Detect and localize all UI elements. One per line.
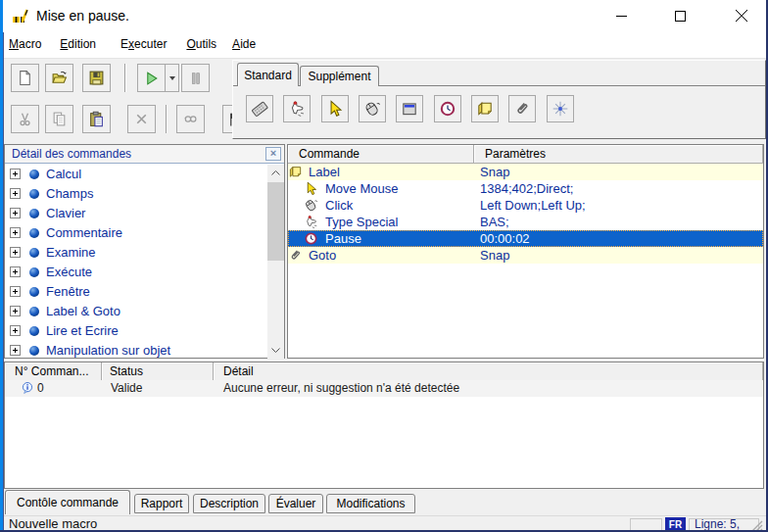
mouse-icon [363,100,381,118]
play-icon[interactable] [138,65,165,91]
column-header-parametres[interactable]: Paramètres [474,145,763,164]
column-header-status[interactable]: Status [102,363,214,381]
menubar: MacroEditionExecuterOutilsAide [3,31,766,58]
menu-outils[interactable]: Outils [186,31,216,57]
label-note-icon [476,100,494,118]
copy-button[interactable] [45,105,73,133]
validation-panel: N° Comman... Status Détail 0ValideAucune… [4,362,764,489]
paperclip-icon [288,248,303,266]
run-dropdown-button[interactable] [165,65,178,91]
column-header-detail[interactable]: Détail [214,363,763,381]
scroll-down-arrow[interactable] [267,342,284,359]
column-header-num[interactable]: N° Comman... [5,363,102,381]
close-button[interactable] [719,0,764,31]
menu-aide[interactable]: Aide [232,31,256,57]
tree-item[interactable]: Examine [5,243,267,263]
menu-edition[interactable]: Edition [60,31,96,57]
tree-item[interactable]: Calcul [5,165,267,184]
open-folder-icon [51,70,68,86]
panel-close-button[interactable]: × [265,147,281,161]
command-row[interactable]: LabelSnap [288,164,763,180]
command-row[interactable]: Move Mouse1384;402;Direct; [288,180,763,197]
toolbar-separator [166,105,168,133]
open-macro-button[interactable] [45,64,73,92]
cursor-arrow-icon [326,100,344,118]
expand-icon[interactable] [10,286,21,297]
bullet-icon [29,267,39,277]
click-button[interactable] [359,95,386,122]
expand-icon[interactable] [10,306,21,316]
info-icon [21,381,34,398]
command-row[interactable]: ClickLeft Down;Left Up; [288,197,763,214]
bullet-icon [29,346,39,356]
type-special-button[interactable] [283,95,311,122]
copy-pages-icon [51,111,68,127]
expand-icon[interactable] [10,247,21,258]
label-cmd-button[interactable] [471,95,499,122]
expand-icon[interactable] [10,188,21,199]
command-row[interactable]: GotoSnap [288,247,763,264]
bottom-tab-rapport[interactable]: Rapport [134,494,189,513]
new-macro-button[interactable] [11,64,39,92]
run-macro-button[interactable] [137,64,179,92]
command-row[interactable]: Type SpecialBAS; [288,214,763,230]
tree-item[interactable]: Lire et Ecrire [5,321,267,341]
window-cmd-button[interactable] [396,95,423,122]
scroll-up-arrow[interactable] [267,165,284,181]
app-icon [13,8,30,24]
panel-title: Détail des commandes [12,147,131,161]
tree-item[interactable]: Champs [5,184,267,204]
toolbar-separator [124,64,126,92]
expand-icon[interactable] [10,169,21,179]
tab-standard[interactable]: Standard [237,63,299,86]
command-row[interactable]: Pause00:00:02 [288,230,763,247]
column-header-commande[interactable]: Commande [288,145,474,164]
type-hand-icon [288,100,306,118]
bottom-tab-description[interactable]: Description [193,494,265,513]
link-button[interactable] [176,105,205,133]
type-text-button[interactable] [246,95,273,122]
bottom-tab-cont-le-commande[interactable]: Contôle commande [5,490,130,514]
goto-cmd-button[interactable] [508,95,536,122]
bullet-icon [29,169,39,179]
move-mouse-button[interactable] [321,95,349,122]
tree-item[interactable]: Manipulation sur objet [5,341,267,359]
save-macro-button[interactable] [82,64,111,92]
expand-icon[interactable] [10,266,21,277]
tree-item[interactable]: Label & Goto [5,302,267,321]
paperclip-icon [513,100,531,118]
command-tab-panel: StandardSupplément [232,60,766,139]
validation-row[interactable]: 0ValideAucune erreur, ni suggestion n'a … [5,380,763,397]
tree-item[interactable]: Clavier [5,204,267,223]
delete-x-icon [133,111,150,127]
pause-cmd-button[interactable] [434,95,461,122]
window-icon [401,100,418,118]
tree-item[interactable]: Fenêtre [5,282,267,302]
expand-icon[interactable] [10,227,21,238]
minimize-button[interactable] [599,0,644,31]
expand-icon[interactable] [10,345,21,356]
tab-supplément[interactable]: Supplément [300,66,379,86]
bottom-tab--valuer[interactable]: Évaluer [268,494,323,513]
command-tree: CalculChampsClavierCommentaireExamineExé… [5,165,267,359]
expand-icon[interactable] [10,325,21,336]
paste-button[interactable] [82,105,111,133]
tree-scrollbar[interactable] [267,165,284,359]
bottom-tab-modifications[interactable]: Modifications [326,494,415,513]
bullet-icon [29,248,39,258]
menu-macro[interactable]: Macro [9,31,41,57]
delete-button[interactable] [127,105,156,133]
misc-cmd-button[interactable] [547,95,574,122]
bullet-icon [29,209,39,218]
bullet-icon [29,326,39,336]
menu-executer[interactable]: Executer [120,31,167,57]
application-window: Mise en pause. MacroEditionExecuterOutil… [0,0,768,532]
scrollbar-thumb[interactable] [267,182,284,261]
expand-icon[interactable] [10,208,21,218]
pause-macro-button[interactable] [181,64,210,92]
tree-item[interactable]: Commentaire [5,223,267,243]
panel-header: Détail des commandes × [5,145,284,164]
cut-button[interactable] [11,105,39,133]
maximize-button[interactable] [657,0,702,31]
tree-item[interactable]: Exécute [5,263,267,282]
